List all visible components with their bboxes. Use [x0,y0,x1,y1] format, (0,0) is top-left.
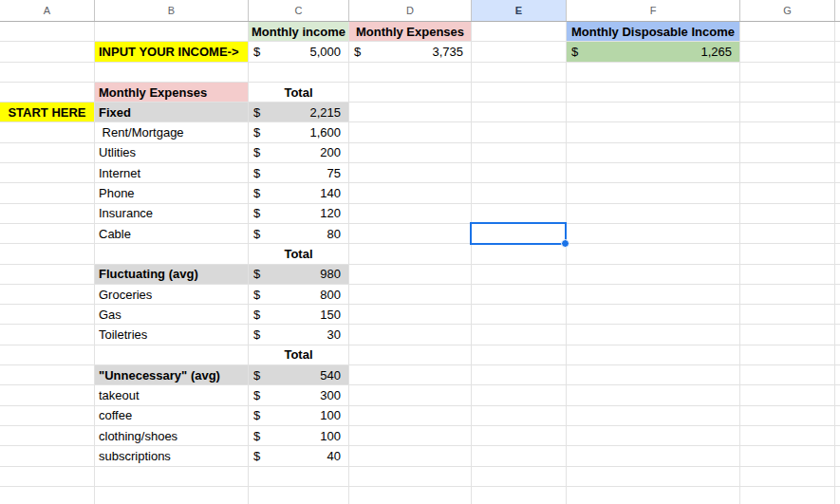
cell-B3[interactable] [95,63,249,83]
cell-F21[interactable] [567,426,740,446]
cell-G8[interactable] [740,163,835,183]
cell-G4[interactable] [740,83,835,103]
cell-A2[interactable] [0,42,95,62]
cell-C4[interactable]: Total [249,83,349,103]
column-header-A[interactable]: A [0,0,95,21]
cell-E14[interactable] [472,285,567,305]
cell-D20[interactable] [349,406,472,426]
cell-D7[interactable] [349,143,472,163]
cell-D16[interactable] [349,325,472,345]
cell-G5[interactable] [740,103,835,122]
cell-C12[interactable]: Total [249,244,349,264]
cell-F7[interactable] [567,143,740,163]
cell-C15[interactable]: $150 [249,305,349,325]
cell-F22[interactable] [567,446,740,466]
cell-A4[interactable] [0,83,95,103]
cell-E9[interactable] [472,183,567,203]
cell-B2[interactable]: INPUT YOUR INCOME-> [95,42,249,62]
cell-E2[interactable] [472,42,567,62]
cell-E22[interactable] [472,446,567,466]
cell-G22[interactable] [740,446,835,466]
cell-G19[interactable] [740,385,835,405]
cell-A17[interactable] [0,345,95,365]
cell-D1[interactable]: Monthly Expenses [349,22,472,42]
cell-E21[interactable] [472,426,567,446]
cell-B10[interactable]: Insurance [95,204,249,224]
cell-G23[interactable] [740,467,835,487]
cell-A19[interactable] [0,385,95,405]
cell-A12[interactable] [0,244,95,264]
cell-G16[interactable] [740,325,835,345]
cell-G6[interactable] [740,122,835,142]
cell-B18[interactable]: "Unnecessary" (avg) [95,365,249,385]
column-header-C[interactable]: C [249,0,349,21]
cell-A21[interactable] [0,426,95,446]
cell-D4[interactable] [349,83,472,103]
cell-F12[interactable] [567,244,740,264]
cell-B12[interactable] [95,244,249,264]
cell-E6[interactable] [472,122,567,142]
cell-F19[interactable] [567,385,740,405]
cell-C23[interactable] [249,467,349,487]
cell-A24[interactable] [0,487,95,504]
cell-B17[interactable] [95,345,249,365]
cell-F17[interactable] [567,345,740,365]
cell-D9[interactable] [349,183,472,203]
cell-A23[interactable] [0,467,95,487]
cell-C17[interactable]: Total [249,345,349,365]
cell-B6[interactable]: Rent/Mortgage [95,122,249,142]
cell-E10[interactable] [472,204,567,224]
cell-E16[interactable] [472,325,567,345]
cell-F5[interactable] [567,103,740,122]
cell-F3[interactable] [567,63,740,83]
cell-G13[interactable] [740,265,835,285]
cell-A15[interactable] [0,305,95,325]
cell-C18[interactable]: $540 [249,365,349,385]
cell-D23[interactable] [349,467,472,487]
cell-C6[interactable]: $1,600 [249,122,349,142]
cell-C2[interactable]: $5,000 [249,42,349,62]
cell-E11[interactable] [472,224,567,244]
cell-G11[interactable] [740,224,835,244]
cell-B14[interactable]: Groceries [95,285,249,305]
cell-D21[interactable] [349,426,472,446]
column-header-D[interactable]: D [349,0,472,21]
cell-E7[interactable] [472,143,567,163]
cell-A7[interactable] [0,143,95,163]
cell-G18[interactable] [740,365,835,385]
cell-E17[interactable] [472,345,567,365]
cell-C11[interactable]: $80 [249,224,349,244]
cell-C7[interactable]: $200 [249,143,349,163]
cell-F16[interactable] [567,325,740,345]
cell-C8[interactable]: $75 [249,163,349,183]
cell-E15[interactable] [472,305,567,325]
cell-C1[interactable]: Monthly income [249,22,349,42]
cell-G15[interactable] [740,305,835,325]
cell-A22[interactable] [0,446,95,466]
cell-B16[interactable]: Toiletries [95,325,249,345]
cell-E3[interactable] [472,63,567,83]
cell-A14[interactable] [0,285,95,305]
cell-C19[interactable]: $300 [249,385,349,405]
cell-D10[interactable] [349,204,472,224]
cell-G12[interactable] [740,244,835,264]
cell-A9[interactable] [0,183,95,203]
cell-F8[interactable] [567,163,740,183]
cell-B21[interactable]: clothing/shoes [95,426,249,446]
cell-D14[interactable] [349,285,472,305]
cell-B24[interactable] [95,487,249,504]
fill-handle[interactable] [561,239,569,248]
cell-A1[interactable] [0,22,95,42]
cell-E12[interactable] [472,244,567,264]
cell-B1[interactable] [95,22,249,42]
cell-A16[interactable] [0,325,95,345]
cell-B22[interactable]: subscriptions [95,446,249,466]
cell-E4[interactable] [472,83,567,103]
cell-E20[interactable] [472,406,567,426]
cell-G7[interactable] [740,143,835,163]
cell-A20[interactable] [0,406,95,426]
cell-A18[interactable] [0,365,95,385]
cell-E24[interactable] [472,487,567,504]
cell-D6[interactable] [349,122,472,142]
cell-F24[interactable] [567,487,740,504]
